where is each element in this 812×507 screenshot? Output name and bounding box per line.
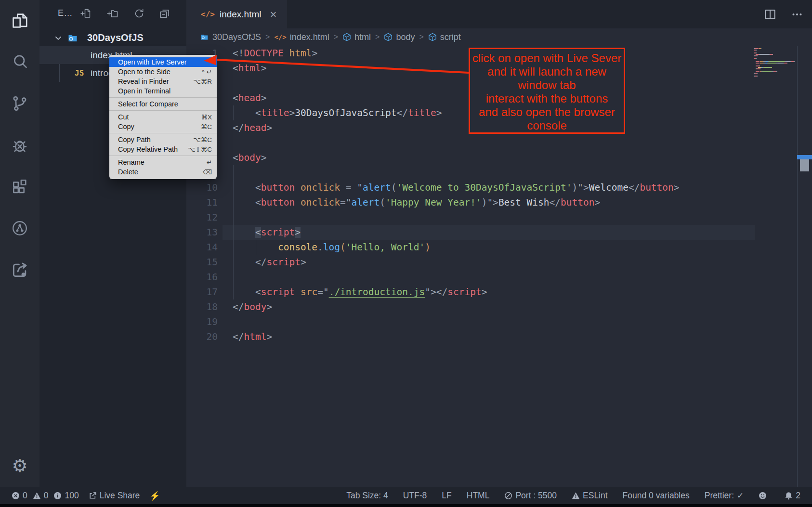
extensions-icon[interactable]	[9, 176, 30, 197]
status-item-smiley[interactable]	[759, 492, 770, 500]
breadcrumb-item-html[interactable]: html	[342, 32, 371, 42]
refresh-explorer-icon[interactable]	[133, 8, 145, 19]
status-item-utf-8[interactable]: UTF-8	[403, 491, 427, 501]
status-item-eslint[interactable]: ESLint	[572, 491, 608, 501]
scrollbar-thumb[interactable]	[800, 159, 809, 171]
code-line-20[interactable]: 20</html>	[186, 329, 812, 344]
annotation-text-line: console	[470, 119, 624, 132]
split-editor-icon[interactable]	[764, 8, 776, 21]
menu-item-open-in-terminal[interactable]: Open in Terminal	[109, 86, 217, 96]
code-line-10[interactable]: 10 <button onclick = "alert('Welcome to …	[186, 180, 812, 195]
status-item-100[interactable]: 100	[53, 491, 79, 501]
close-tab-icon[interactable]: ×	[270, 9, 277, 20]
menu-item-label: Delete	[118, 168, 138, 176]
line-text: <title>30DaysOfJavaScript</title>	[233, 107, 442, 118]
code-line-9[interactable]: 9	[186, 165, 812, 180]
minimap-line	[754, 74, 795, 75]
new-file-icon[interactable]	[80, 8, 92, 19]
code-line-8[interactable]: 8<body>	[186, 150, 812, 165]
status-item-live-share[interactable]: Live Share	[89, 491, 140, 501]
breadcrumb-separator: >	[265, 33, 270, 41]
code-line-19[interactable]: 19	[186, 314, 812, 329]
menu-item-shortcut: ⌘C	[201, 123, 212, 130]
minimap-line	[754, 65, 795, 66]
code-line-15[interactable]: 15 </script>	[186, 255, 812, 270]
status-item-port-5500[interactable]: Port : 5500	[504, 491, 557, 501]
menu-item-shortcut: ⌥⌘R	[193, 78, 212, 85]
collapse-folders-icon[interactable]	[159, 8, 170, 19]
breadcrumb-item-30DaysOfJS[interactable]: 30DaysOfJS	[200, 32, 261, 42]
breadcrumb-item-body[interactable]: body	[384, 32, 415, 42]
menu-item-open-with-live-server[interactable]: Open with Live Server	[109, 57, 217, 67]
code-line-18[interactable]: 18</body>	[186, 299, 812, 314]
breadcrumb-item-script[interactable]: script	[428, 32, 461, 42]
menu-item-open-to-the-side[interactable]: Open to the Side^ ↵	[109, 67, 217, 77]
live-share-session-icon[interactable]	[9, 218, 30, 239]
minimap-line	[754, 54, 795, 55]
menu-item-rename[interactable]: Rename↵	[109, 157, 217, 167]
code-line-16[interactable]: 16	[186, 270, 812, 285]
code-line-11[interactable]: 11 <button onclick="alert('Happy New Yea…	[186, 195, 812, 210]
breadcrumb-label: 30DaysOfJS	[212, 32, 261, 42]
share-icon[interactable]	[9, 260, 30, 281]
menu-item-label: Reveal in Finder	[118, 78, 169, 85]
overview-ruler-cursor	[797, 155, 812, 159]
line-text: <!DOCTYPE html>	[233, 48, 317, 59]
js-file-icon: JS	[75, 68, 84, 78]
status-item-bolt[interactable]: ⚡	[149, 492, 163, 500]
tab-index-html[interactable]: </> index.html ×	[186, 0, 287, 28]
minimap-separator	[797, 46, 798, 487]
line-text: </script>	[233, 257, 306, 268]
status-item-prettier-[interactable]: Prettier:✓	[705, 491, 744, 501]
code-line-13[interactable]: 13 <script>	[186, 225, 812, 240]
menu-item-copy[interactable]: Copy⌘C	[109, 122, 217, 131]
minimap[interactable]	[754, 48, 795, 77]
status-item-0[interactable]: 0	[33, 491, 49, 501]
status-item-2[interactable]: 2	[785, 491, 800, 501]
menu-item-delete[interactable]: Delete⌫	[109, 167, 217, 177]
minimap-line	[754, 60, 795, 61]
status-item-label: UTF-8	[403, 491, 427, 501]
more-actions-icon[interactable]	[791, 8, 803, 21]
menu-item-shortcut: ⌥⇧⌘C	[188, 145, 212, 153]
new-folder-icon[interactable]	[107, 8, 118, 19]
settings-gear-icon[interactable]: ⚙	[9, 455, 30, 476]
breadcrumb-label: index.html	[290, 32, 329, 42]
annotation-text-line: and it will launch a new	[470, 65, 624, 78]
html-file-icon: </>	[274, 33, 286, 41]
status-item-0[interactable]: 0	[12, 491, 27, 501]
menu-item-reveal-in-finder[interactable]: Reveal in Finder⌥⌘R	[109, 77, 217, 86]
menu-separator	[109, 133, 217, 133]
status-item-lf[interactable]: LF	[442, 491, 451, 501]
menu-item-copy-path[interactable]: Copy Path⌥⌘C	[109, 135, 217, 144]
menu-item-select-for-compare[interactable]: Select for Compare	[109, 99, 217, 109]
tree-root-folder[interactable]: 30DaysOfJS	[39, 29, 186, 47]
menu-item-label: Cut	[118, 113, 129, 121]
line-number: 11	[186, 197, 218, 208]
line-text: </html>	[233, 331, 272, 342]
slash-icon	[504, 492, 512, 500]
minimap-line	[754, 63, 795, 64]
activity-bar: ⚙	[0, 0, 39, 487]
run-debug-icon[interactable]	[9, 135, 30, 156]
status-item-tab-size-4[interactable]: Tab Size: 4	[346, 491, 388, 501]
menu-item-copy-relative-path[interactable]: Copy Relative Path⌥⇧⌘C	[109, 144, 217, 154]
bolt-icon: ⚡	[149, 492, 160, 500]
code-line-12[interactable]: 12	[186, 210, 812, 225]
status-item-found-0-variables[interactable]: Found 0 variables	[623, 491, 690, 501]
code-line-14[interactable]: 14 console.log('Hello, World')	[186, 240, 812, 255]
line-number: 14	[186, 242, 218, 253]
smiley-icon	[759, 492, 767, 500]
files-icon[interactable]	[9, 10, 30, 31]
html-file-icon: </>	[201, 10, 215, 19]
status-item-html[interactable]: HTML	[467, 491, 490, 501]
breadcrumb-item-index.html[interactable]: </>index.html	[274, 32, 329, 42]
code-line-7[interactable]: 7	[186, 135, 812, 150]
warning-icon	[33, 492, 41, 500]
code-line-17[interactable]: 17 <script src="./introduction.js"></scr…	[186, 285, 812, 299]
source-control-icon[interactable]	[9, 93, 30, 114]
minimap-line	[754, 64, 795, 65]
line-number: 10	[186, 182, 218, 193]
menu-item-cut[interactable]: Cut⌘X	[109, 112, 217, 122]
search-icon[interactable]	[9, 51, 30, 72]
